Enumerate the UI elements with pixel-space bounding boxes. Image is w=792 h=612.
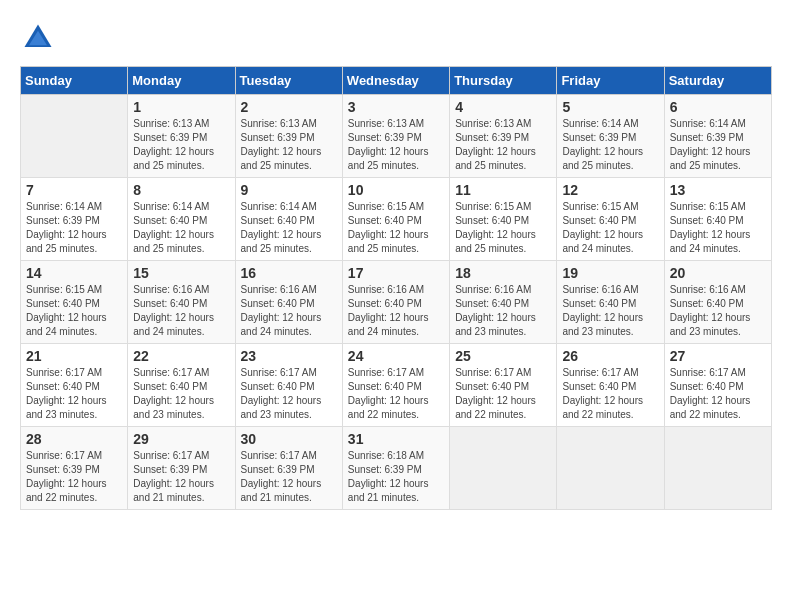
calendar-cell: 12Sunrise: 6:15 AM Sunset: 6:40 PM Dayli… xyxy=(557,178,664,261)
calendar-cell: 26Sunrise: 6:17 AM Sunset: 6:40 PM Dayli… xyxy=(557,344,664,427)
day-number: 26 xyxy=(562,348,658,364)
day-number: 29 xyxy=(133,431,229,447)
day-number: 31 xyxy=(348,431,444,447)
calendar-cell xyxy=(664,427,771,510)
calendar-cell: 25Sunrise: 6:17 AM Sunset: 6:40 PM Dayli… xyxy=(450,344,557,427)
day-info: Sunrise: 6:14 AM Sunset: 6:40 PM Dayligh… xyxy=(133,200,229,256)
calendar-cell xyxy=(557,427,664,510)
day-info: Sunrise: 6:17 AM Sunset: 6:40 PM Dayligh… xyxy=(562,366,658,422)
day-number: 28 xyxy=(26,431,122,447)
calendar-cell: 6Sunrise: 6:14 AM Sunset: 6:39 PM Daylig… xyxy=(664,95,771,178)
day-info: Sunrise: 6:14 AM Sunset: 6:39 PM Dayligh… xyxy=(26,200,122,256)
day-of-week-header: Tuesday xyxy=(235,67,342,95)
day-info: Sunrise: 6:15 AM Sunset: 6:40 PM Dayligh… xyxy=(562,200,658,256)
calendar-cell: 5Sunrise: 6:14 AM Sunset: 6:39 PM Daylig… xyxy=(557,95,664,178)
calendar-week-row: 7Sunrise: 6:14 AM Sunset: 6:39 PM Daylig… xyxy=(21,178,772,261)
day-info: Sunrise: 6:13 AM Sunset: 6:39 PM Dayligh… xyxy=(455,117,551,173)
day-number: 21 xyxy=(26,348,122,364)
calendar-week-row: 14Sunrise: 6:15 AM Sunset: 6:40 PM Dayli… xyxy=(21,261,772,344)
calendar-cell: 8Sunrise: 6:14 AM Sunset: 6:40 PM Daylig… xyxy=(128,178,235,261)
day-number: 14 xyxy=(26,265,122,281)
day-of-week-header: Saturday xyxy=(664,67,771,95)
calendar-cell: 19Sunrise: 6:16 AM Sunset: 6:40 PM Dayli… xyxy=(557,261,664,344)
calendar-cell: 10Sunrise: 6:15 AM Sunset: 6:40 PM Dayli… xyxy=(342,178,449,261)
day-number: 30 xyxy=(241,431,337,447)
day-number: 4 xyxy=(455,99,551,115)
day-number: 25 xyxy=(455,348,551,364)
calendar-cell: 9Sunrise: 6:14 AM Sunset: 6:40 PM Daylig… xyxy=(235,178,342,261)
calendar-cell xyxy=(21,95,128,178)
day-number: 7 xyxy=(26,182,122,198)
day-number: 27 xyxy=(670,348,766,364)
calendar-cell xyxy=(450,427,557,510)
day-info: Sunrise: 6:16 AM Sunset: 6:40 PM Dayligh… xyxy=(562,283,658,339)
page-header xyxy=(20,20,772,56)
calendar-header: SundayMondayTuesdayWednesdayThursdayFrid… xyxy=(21,67,772,95)
day-info: Sunrise: 6:15 AM Sunset: 6:40 PM Dayligh… xyxy=(26,283,122,339)
day-number: 3 xyxy=(348,99,444,115)
calendar-cell: 21Sunrise: 6:17 AM Sunset: 6:40 PM Dayli… xyxy=(21,344,128,427)
day-of-week-header: Friday xyxy=(557,67,664,95)
calendar-cell: 17Sunrise: 6:16 AM Sunset: 6:40 PM Dayli… xyxy=(342,261,449,344)
day-number: 23 xyxy=(241,348,337,364)
calendar-cell: 22Sunrise: 6:17 AM Sunset: 6:40 PM Dayli… xyxy=(128,344,235,427)
calendar-week-row: 28Sunrise: 6:17 AM Sunset: 6:39 PM Dayli… xyxy=(21,427,772,510)
day-info: Sunrise: 6:16 AM Sunset: 6:40 PM Dayligh… xyxy=(133,283,229,339)
calendar-cell: 11Sunrise: 6:15 AM Sunset: 6:40 PM Dayli… xyxy=(450,178,557,261)
day-info: Sunrise: 6:14 AM Sunset: 6:39 PM Dayligh… xyxy=(562,117,658,173)
day-info: Sunrise: 6:15 AM Sunset: 6:40 PM Dayligh… xyxy=(348,200,444,256)
day-number: 6 xyxy=(670,99,766,115)
day-number: 10 xyxy=(348,182,444,198)
day-of-week-header: Thursday xyxy=(450,67,557,95)
day-info: Sunrise: 6:17 AM Sunset: 6:39 PM Dayligh… xyxy=(241,449,337,505)
day-number: 2 xyxy=(241,99,337,115)
day-number: 20 xyxy=(670,265,766,281)
day-info: Sunrise: 6:13 AM Sunset: 6:39 PM Dayligh… xyxy=(241,117,337,173)
day-of-week-header: Wednesday xyxy=(342,67,449,95)
calendar-table: SundayMondayTuesdayWednesdayThursdayFrid… xyxy=(20,66,772,510)
calendar-cell: 16Sunrise: 6:16 AM Sunset: 6:40 PM Dayli… xyxy=(235,261,342,344)
day-number: 18 xyxy=(455,265,551,281)
day-info: Sunrise: 6:17 AM Sunset: 6:40 PM Dayligh… xyxy=(241,366,337,422)
day-info: Sunrise: 6:17 AM Sunset: 6:40 PM Dayligh… xyxy=(348,366,444,422)
header-row: SundayMondayTuesdayWednesdayThursdayFrid… xyxy=(21,67,772,95)
day-info: Sunrise: 6:16 AM Sunset: 6:40 PM Dayligh… xyxy=(455,283,551,339)
day-info: Sunrise: 6:17 AM Sunset: 6:39 PM Dayligh… xyxy=(26,449,122,505)
calendar-cell: 15Sunrise: 6:16 AM Sunset: 6:40 PM Dayli… xyxy=(128,261,235,344)
day-info: Sunrise: 6:14 AM Sunset: 6:40 PM Dayligh… xyxy=(241,200,337,256)
calendar-cell: 4Sunrise: 6:13 AM Sunset: 6:39 PM Daylig… xyxy=(450,95,557,178)
day-number: 19 xyxy=(562,265,658,281)
day-info: Sunrise: 6:16 AM Sunset: 6:40 PM Dayligh… xyxy=(241,283,337,339)
day-number: 24 xyxy=(348,348,444,364)
calendar-cell: 23Sunrise: 6:17 AM Sunset: 6:40 PM Dayli… xyxy=(235,344,342,427)
day-info: Sunrise: 6:17 AM Sunset: 6:40 PM Dayligh… xyxy=(133,366,229,422)
day-number: 16 xyxy=(241,265,337,281)
day-info: Sunrise: 6:17 AM Sunset: 6:39 PM Dayligh… xyxy=(133,449,229,505)
calendar-cell: 2Sunrise: 6:13 AM Sunset: 6:39 PM Daylig… xyxy=(235,95,342,178)
calendar-cell: 27Sunrise: 6:17 AM Sunset: 6:40 PM Dayli… xyxy=(664,344,771,427)
calendar-cell: 13Sunrise: 6:15 AM Sunset: 6:40 PM Dayli… xyxy=(664,178,771,261)
calendar-cell: 1Sunrise: 6:13 AM Sunset: 6:39 PM Daylig… xyxy=(128,95,235,178)
calendar-cell: 30Sunrise: 6:17 AM Sunset: 6:39 PM Dayli… xyxy=(235,427,342,510)
calendar-cell: 7Sunrise: 6:14 AM Sunset: 6:39 PM Daylig… xyxy=(21,178,128,261)
calendar-body: 1Sunrise: 6:13 AM Sunset: 6:39 PM Daylig… xyxy=(21,95,772,510)
day-of-week-header: Monday xyxy=(128,67,235,95)
day-number: 15 xyxy=(133,265,229,281)
day-number: 1 xyxy=(133,99,229,115)
day-info: Sunrise: 6:18 AM Sunset: 6:39 PM Dayligh… xyxy=(348,449,444,505)
day-of-week-header: Sunday xyxy=(21,67,128,95)
calendar-cell: 3Sunrise: 6:13 AM Sunset: 6:39 PM Daylig… xyxy=(342,95,449,178)
day-number: 22 xyxy=(133,348,229,364)
calendar-week-row: 21Sunrise: 6:17 AM Sunset: 6:40 PM Dayli… xyxy=(21,344,772,427)
logo xyxy=(20,20,62,56)
calendar-week-row: 1Sunrise: 6:13 AM Sunset: 6:39 PM Daylig… xyxy=(21,95,772,178)
calendar-cell: 18Sunrise: 6:16 AM Sunset: 6:40 PM Dayli… xyxy=(450,261,557,344)
day-info: Sunrise: 6:15 AM Sunset: 6:40 PM Dayligh… xyxy=(455,200,551,256)
day-info: Sunrise: 6:15 AM Sunset: 6:40 PM Dayligh… xyxy=(670,200,766,256)
day-info: Sunrise: 6:17 AM Sunset: 6:40 PM Dayligh… xyxy=(670,366,766,422)
calendar-cell: 29Sunrise: 6:17 AM Sunset: 6:39 PM Dayli… xyxy=(128,427,235,510)
day-info: Sunrise: 6:14 AM Sunset: 6:39 PM Dayligh… xyxy=(670,117,766,173)
calendar-cell: 14Sunrise: 6:15 AM Sunset: 6:40 PM Dayli… xyxy=(21,261,128,344)
logo-icon xyxy=(20,20,56,56)
day-number: 8 xyxy=(133,182,229,198)
